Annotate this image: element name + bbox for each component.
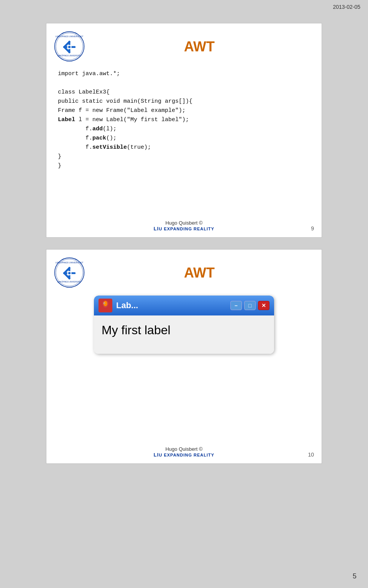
window-close-button[interactable]: ✕ [258,301,269,310]
window-title-text: Lab... [116,301,227,310]
svg-point-23 [104,303,105,304]
code-line-6: Label l = new Label("My first label"); [58,115,310,125]
window-controls: – □ ✕ [230,301,269,310]
svg-text:LINKÖPINGS UNIVERSITET: LINKÖPINGS UNIVERSITET [58,54,81,57]
code-line-9: f.setVisible(true); [58,143,310,152]
page-number: 5 [353,572,356,580]
svg-text:LINKÖPINGS UNIVERSITET: LINKÖPINGS UNIVERSITET [56,35,84,38]
code-line-8: f.pack(); [58,134,310,143]
slide-1-code: import java.awt.*; class LabelEx3{ publi… [58,69,310,171]
svg-point-9 [68,46,71,48]
window-mockup: Lab... – □ ✕ My first label [94,296,274,354]
page-date: 2013-02-05 [333,4,360,10]
slide-1-footer: Hugo Quisbert © LiU LiU EXPANDING REALIT… [154,220,214,232]
slide-2-footer: Hugo Quisbert © LiU EXPANDING REALITY [154,446,214,458]
slide-1-title: AWT [85,31,314,55]
slide-2: LINKÖPINGS UNIVERSITET LINKÖPINGS UNIVER… [46,249,322,464]
slide-2-title: AWT [85,257,314,281]
liu-logo-slide1: LINKÖPINGS UNIVERSITET LINKÖPINGS UNIVER… [54,31,85,62]
slide-1-number: 9 [311,225,314,232]
window-minimize-button[interactable]: – [230,301,242,310]
window-maximize-button[interactable]: □ [244,301,256,310]
svg-text:LINKÖPINGS UNIVERSITET: LINKÖPINGS UNIVERSITET [56,261,84,264]
code-line-5: Frame f = new Frame("Label example"); [58,106,310,115]
slide-2-number: 10 [308,452,314,458]
code-line-1: import java.awt.*; [58,69,310,79]
slide-1-brand: LiU LiU EXPANDING REALITYEXPANDING REALI… [154,226,214,232]
code-line-4: public static void main(String args[]){ [58,97,310,106]
code-line-11: } [58,161,310,171]
slide-2-header: LINKÖPINGS UNIVERSITET LINKÖPINGS UNIVER… [54,257,314,288]
svg-text:LINKÖPINGS UNIVERSITET: LINKÖPINGS UNIVERSITET [58,281,81,283]
liu-logo-slide2: LINKÖPINGS UNIVERSITET LINKÖPINGS UNIVER… [54,257,85,288]
window-content: My first label [94,315,274,354]
code-line-7: f.add(l); [58,125,310,134]
slide-2-author: Hugo Quisbert © [154,446,214,452]
slide-1-header: LINKÖPINGS UNIVERSITET LINKÖPINGS UNIVER… [54,31,314,62]
svg-point-19 [68,272,71,274]
code-line-10: } [58,152,310,161]
slide-1-author: Hugo Quisbert © [154,220,214,226]
code-line-3: class LabelEx3{ [58,88,310,97]
slide-1: LINKÖPINGS UNIVERSITET LINKÖPINGS UNIVER… [46,23,322,238]
window-app-icon [99,299,112,312]
window-label: My first label [102,323,266,337]
slide-2-brand: LiU EXPANDING REALITY [154,452,214,458]
window-titlebar: Lab... – □ ✕ [94,296,274,315]
